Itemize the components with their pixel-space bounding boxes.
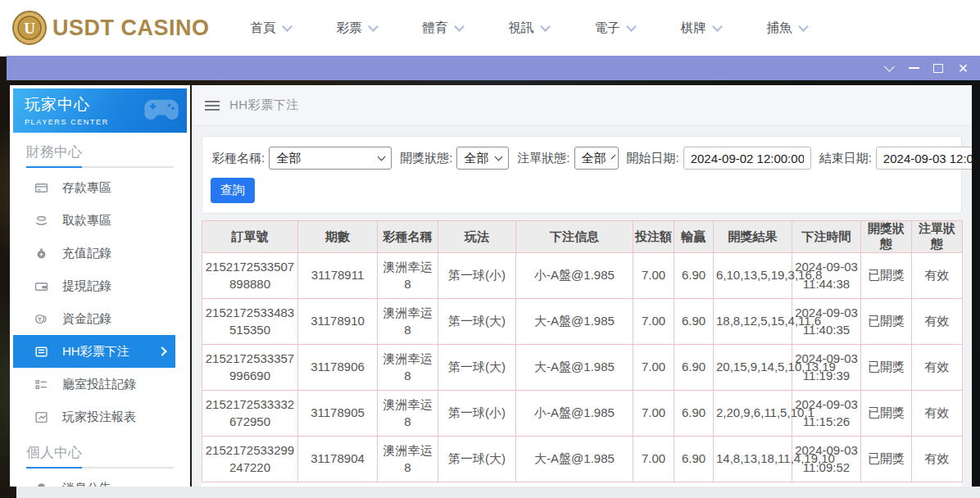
table-cell: 2152172533483515350 <box>202 299 298 345</box>
table-cell: 6.90 <box>674 391 714 437</box>
sidebar-item-hh-lottery-bets[interactable]: HH彩票下注 <box>13 335 175 368</box>
table-cell: 第一球(大) <box>438 299 516 345</box>
chevron-down-icon <box>610 155 615 160</box>
column-header: 期數 <box>298 221 378 253</box>
site-header: U USDT CASINO 首頁彩票體育視訊電子棋牌捕魚 <box>0 0 980 57</box>
table-cell: 7.00 <box>633 299 674 345</box>
table-cell: 澳洲幸运8 <box>378 391 438 437</box>
table-cell: 31178911 <box>298 253 378 299</box>
sidebar-item-withdraw-records[interactable]: 提現記錄 <box>13 269 187 302</box>
sidebar-item-player-bet-report[interactable]: 玩家投注報表 <box>13 401 187 433</box>
table-cell: 31178906 <box>298 345 378 391</box>
nav-item-6[interactable]: 捕魚 <box>767 20 807 37</box>
sidebar-item-recharge-records[interactable]: 充值記錄 <box>13 237 187 269</box>
window-maximize-button[interactable] <box>926 56 951 80</box>
nav-item-label: 彩票 <box>337 20 362 37</box>
table-cell: 2024-09-03 11:44:38 <box>792 253 861 299</box>
start-date-input[interactable] <box>683 147 811 170</box>
table-cell: 2024-09-03 11:40:35 <box>792 299 861 345</box>
table-cell: 6.90 <box>674 299 714 345</box>
table-cell: 有效 <box>912 299 963 345</box>
sidebar-item-funds-records[interactable]: 資金記錄 <box>13 302 187 335</box>
table-cell: 澳洲幸运8 <box>378 437 438 482</box>
report-icon <box>34 410 48 424</box>
window-minimize-button[interactable] <box>901 56 926 80</box>
sidebar-item-label: 資金記錄 <box>62 311 111 327</box>
table-cell: 2024-09-03 11:15:26 <box>792 391 861 437</box>
window-collapse-button[interactable] <box>877 56 901 80</box>
top-nav: 首頁彩票體育視訊電子棋牌捕魚 <box>251 20 807 37</box>
bets-table: 訂單號期數彩種名稱玩法下注信息投注額輸贏開獎結果下注時間開獎狀態注單狀態 215… <box>202 220 963 482</box>
table-cell: 小-A盤@1.985 <box>516 391 633 437</box>
order-status-select[interactable]: 全部 <box>574 147 619 170</box>
nav-item-label: 視訊 <box>509 20 534 37</box>
end-date-input[interactable] <box>876 147 972 170</box>
sidebar-item-label: 取款專區 <box>62 213 111 229</box>
table-cell: 第一球(小) <box>438 253 516 299</box>
sidebar-item-hall-bet-records[interactable]: 廳室投註記錄 <box>13 368 187 401</box>
window-close-button[interactable]: × <box>951 56 975 80</box>
lottery-name-select[interactable]: 全部 <box>269 147 392 170</box>
draw-status-select[interactable]: 全部 <box>456 147 509 170</box>
sidebar-item-withdraw-area[interactable]: 取款專區 <box>13 204 187 237</box>
page-title: HH彩票下注 <box>229 97 299 113</box>
nav-item-label: 電子 <box>595 20 620 37</box>
table-row: 215217253329924722031178904澳洲幸运8第一球(大)大-… <box>202 437 963 482</box>
brand-name: USDT CASINO <box>52 16 210 41</box>
column-header: 開獎狀態 <box>861 221 912 253</box>
nav-item-1[interactable]: 彩票 <box>337 20 377 37</box>
sidebar-item-deposit-area[interactable]: 存款專區 <box>13 171 187 204</box>
chevron-down-icon <box>282 21 293 32</box>
table-cell: 有效 <box>912 253 963 299</box>
chevron-down-icon <box>378 153 386 161</box>
sidebar-item-label: HH彩票下注 <box>62 344 129 360</box>
column-header: 下注時間 <box>792 221 861 253</box>
chevron-down-icon <box>626 21 637 32</box>
filter-label: 開獎狀態: <box>400 151 452 166</box>
brand-logo[interactable]: U USDT CASINO <box>11 10 210 46</box>
table-header-row: 訂單號期數彩種名稱玩法下注信息投注額輸贏開獎結果下注時間開獎狀態注單狀態 <box>202 221 963 253</box>
nav-item-2[interactable]: 體育 <box>423 20 463 37</box>
table-cell: 7.00 <box>633 345 674 391</box>
table-cell: 18,8,12,5,15,4,11,6 <box>714 299 792 345</box>
wallet-icon <box>34 279 48 293</box>
menu-icon[interactable] <box>205 101 220 111</box>
moneybag-icon <box>34 247 48 260</box>
collapse-chevron-icon <box>884 61 895 72</box>
nav-item-3[interactable]: 視訊 <box>509 20 549 37</box>
sidebar-item-label: 存款專區 <box>62 180 111 196</box>
nav-item-0[interactable]: 首頁 <box>251 20 291 37</box>
section-divider <box>26 467 174 469</box>
table-cell: 7.00 <box>633 391 674 437</box>
select-value: 全部 <box>582 151 606 166</box>
sidebar-item-label: 玩家投注報表 <box>62 410 136 425</box>
table-cell: 小-A盤@1.985 <box>516 253 633 299</box>
filter-panel: 彩種名稱:全部開獎狀態:全部注單狀態:全部開始日期:結束日期: 查詢 <box>202 136 962 214</box>
gamepad-icon <box>143 97 180 121</box>
table-cell: 2024-09-03 11:09:52 <box>792 437 861 482</box>
table-row: 215217253333267295031178905澳洲幸运8第一球(小)小-… <box>202 391 963 437</box>
table-cell: 已開獎 <box>861 437 912 482</box>
nav-item-label: 體育 <box>423 20 448 37</box>
column-header: 彩種名稱 <box>378 221 438 253</box>
sidebar-item-messages[interactable]: 消息公告 <box>13 472 187 487</box>
table-cell: 澳洲幸运8 <box>378 299 438 345</box>
table-cell: 6,10,13,5,19,3,16,8 <box>714 253 792 299</box>
hand-money-icon <box>34 214 48 228</box>
search-button[interactable]: 查詢 <box>211 178 255 203</box>
table-cell: 6.90 <box>674 253 714 299</box>
table-cell: 2024-09-03 11:19:39 <box>792 345 861 391</box>
filter-label: 注單狀態: <box>517 151 569 166</box>
table-cell: 有效 <box>912 345 963 391</box>
table-cell: 大-A盤@1.985 <box>516 299 633 345</box>
nav-item-5[interactable]: 棋牌 <box>681 20 721 37</box>
sidebar-section-header: 財務中心 <box>26 143 187 161</box>
column-header: 開獎結果 <box>714 221 792 253</box>
sidebar-banner: 玩家中心 PLAYERS CENTER <box>13 88 187 133</box>
table-body: 215217253350789888031178911澳洲幸运8第一球(小)小-… <box>202 253 963 482</box>
filter-label: 結束日期: <box>819 151 872 166</box>
list-icon <box>34 378 48 392</box>
window-bottom-strip <box>16 487 980 498</box>
nav-item-4[interactable]: 電子 <box>595 20 635 37</box>
table-cell: 澳洲幸运8 <box>378 345 438 391</box>
